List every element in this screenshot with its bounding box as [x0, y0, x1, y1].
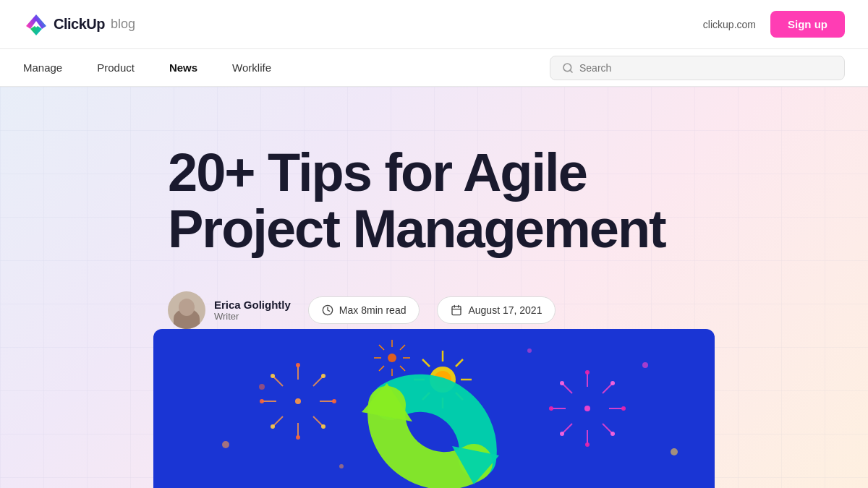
calendar-icon: [451, 304, 462, 316]
svg-point-46: [621, 406, 626, 411]
svg-line-30: [422, 359, 430, 367]
svg-point-22: [271, 424, 275, 429]
svg-point-16: [296, 363, 300, 367]
nav-worklife[interactable]: Worklife: [232, 61, 271, 74]
svg-line-31: [456, 359, 463, 367]
agile-illustration: [153, 329, 715, 488]
header-actions: clickup.com Sign up: [703, 11, 845, 38]
logo-area: ClickUp blog: [23, 12, 135, 38]
svg-point-7: [295, 398, 301, 404]
svg-line-57: [400, 345, 405, 350]
article-meta: Erica Golightly Writer Max 8min read: [168, 291, 868, 329]
svg-point-45: [549, 406, 553, 411]
svg-point-43: [585, 370, 590, 374]
svg-point-34: [584, 406, 590, 411]
svg-rect-3: [452, 307, 461, 315]
svg-point-18: [260, 399, 264, 403]
svg-point-63: [259, 384, 265, 390]
nav-manage[interactable]: Manage: [23, 61, 62, 74]
clickup-external-link[interactable]: clickup.com: [703, 19, 756, 30]
nav-links: Manage Product News Worklife: [23, 61, 271, 74]
svg-point-44: [585, 442, 590, 447]
author-avatar: [168, 291, 205, 329]
svg-point-65: [671, 448, 678, 455]
hero-section: 20+ Tips for Agile Project Management Er…: [0, 87, 868, 488]
date-badge: August 17, 2021: [437, 296, 556, 324]
author-role: Writer: [214, 311, 291, 322]
logo-text: ClickUp: [54, 16, 105, 33]
author-block: Erica Golightly Writer: [168, 291, 291, 329]
svg-point-62: [222, 441, 229, 448]
svg-point-17: [296, 435, 300, 440]
svg-line-58: [379, 366, 384, 371]
clock-icon: [322, 304, 333, 316]
svg-line-1: [570, 70, 572, 72]
logo-blog-label: blog: [111, 17, 135, 32]
svg-point-50: [610, 432, 615, 436]
svg-point-49: [560, 432, 564, 436]
search-icon: [562, 62, 574, 74]
hero-content: 20+ Tips for Agile Project Management Er…: [0, 87, 868, 329]
svg-point-48: [610, 381, 615, 385]
search-box[interactable]: [550, 56, 845, 80]
svg-point-23: [321, 424, 326, 429]
publish-date: August 17, 2021: [468, 304, 542, 316]
svg-point-19: [332, 399, 336, 403]
svg-point-51: [388, 354, 396, 362]
svg-point-47: [560, 381, 564, 385]
svg-point-20: [271, 374, 275, 378]
svg-line-59: [400, 366, 405, 371]
article-title: 20+ Tips for Agile Project Management: [168, 145, 689, 257]
read-time-text: Max 8min read: [339, 304, 407, 316]
svg-point-21: [321, 374, 326, 378]
author-info: Erica Golightly Writer: [214, 299, 291, 322]
read-time-badge: Max 8min read: [308, 296, 420, 324]
svg-line-56: [379, 345, 384, 350]
svg-point-67: [527, 348, 532, 353]
svg-point-66: [339, 464, 344, 468]
site-header: ClickUp blog clickup.com Sign up: [0, 0, 868, 49]
search-input[interactable]: [579, 62, 833, 74]
svg-point-64: [642, 362, 648, 368]
article-thumbnail: [153, 329, 715, 488]
nav-news[interactable]: News: [169, 61, 197, 74]
author-name: Erica Golightly: [214, 299, 291, 311]
main-nav: Manage Product News Worklife: [0, 49, 868, 87]
nav-product[interactable]: Product: [97, 61, 135, 74]
clickup-logo-icon: [23, 12, 49, 38]
signup-button[interactable]: Sign up: [770, 11, 845, 38]
